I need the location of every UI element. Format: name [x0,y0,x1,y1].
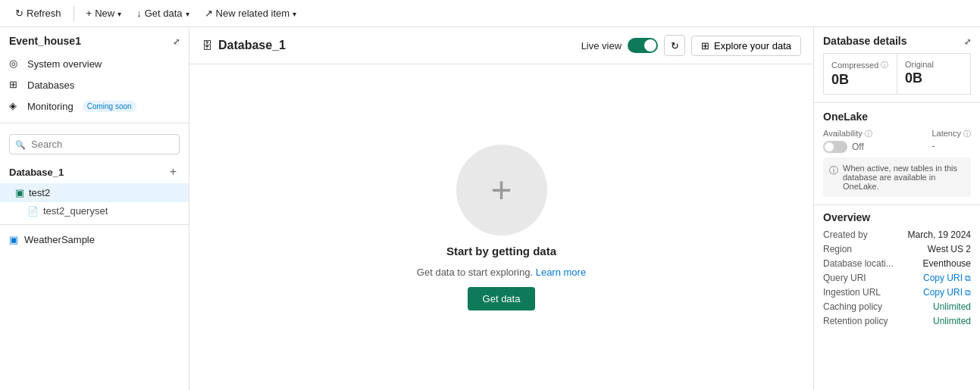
weather-label: WeatherSample [24,234,95,245]
system-overview-icon [9,58,21,70]
sidebar-item-system-overview[interactable]: System overview [0,53,189,74]
ingestion-url-copy-link[interactable]: Copy URI [923,287,963,298]
empty-subtitle: Get data to start exploring. Learn more [417,267,586,278]
sidebar-item-monitoring[interactable]: Monitoring Coming soon [0,95,189,117]
empty-title: Start by getting data [446,245,556,257]
new-icon [86,8,92,19]
onelake-section: OneLake Availability Off [814,103,980,204]
new-button[interactable]: New [80,5,128,22]
weather-icon [9,234,18,245]
db-details-section: Database details Compressed 0B Original … [814,27,980,102]
query-uri-copy-icon [965,273,971,283]
related-icon [205,8,213,19]
onelake-toggle-knob [825,142,834,151]
onelake-toggle[interactable] [823,141,847,153]
explore-data-button[interactable]: ⊞ Explore your data [691,36,801,56]
content-header-right: Live view ⊞ Explore your data [581,35,801,56]
new-chevron-icon [117,8,121,19]
refresh-icon [15,8,23,19]
tree-item-test2-label: test2 [29,187,50,198]
sidebar-header-icons [173,35,180,47]
latency-col: Latency - [931,129,971,153]
ingestion-url-copy-icon [965,288,971,298]
sidebar-item-weather[interactable]: WeatherSample [0,229,189,250]
availability-col: Availability Off [823,129,872,153]
overview-row-location: Database locati... Eventhouse [823,258,971,269]
right-panel: Database details Compressed 0B Original … [813,27,980,390]
new-label: New [95,8,114,19]
details-expand-icon [964,35,971,47]
get-data-label: Get data [145,8,183,19]
onelake-row: Availability Off Latency - [823,129,971,153]
original-value: 0B [905,70,963,86]
toolbar: Refresh New Get data New related item [0,0,980,27]
ingestion-url-copy-wrap: Copy URI [923,287,971,298]
get-data-main-button[interactable]: Get data [468,287,536,310]
tree-item-test2[interactable]: test2 [0,183,189,202]
search-icon [15,139,26,150]
plus-circle: + [456,145,547,236]
compressed-info-icon [881,60,888,70]
sidebar: Event_house1 System overview Databases M… [0,27,189,390]
query-uri-copy-wrap: Copy URI [923,273,971,283]
overview-row-created: Created by March, 19 2024 [823,229,971,240]
overview-section: Overview Created by March, 19 2024 Regio… [814,205,980,338]
content-area: Database_1 Live view ⊞ Explore your data… [189,27,813,390]
availability-info-icon [865,129,872,138]
onelake-off-label: Off [852,142,864,152]
toolbar-divider-1 [74,6,74,21]
sidebar-search-wrapper [9,134,180,154]
latency-info-icon [963,129,971,138]
sidebar-divider-1 [0,123,189,123]
latency-value: - [931,141,971,151]
expand-icon [173,35,180,47]
content-header: Database_1 Live view ⊞ Explore your data [189,27,813,64]
refresh-button[interactable]: Refresh [9,5,67,22]
event-house-title: Event_house1 [9,35,81,47]
live-view-label: Live view [581,40,622,51]
new-related-label: New related item [216,8,290,19]
sidebar-nav: System overview Databases Monitoring Com… [0,51,189,118]
get-data-icon [136,8,142,19]
overview-row-caching: Caching policy Unlimited [823,301,971,312]
content-refresh-icon [671,40,679,51]
main-layout: Event_house1 System overview Databases M… [0,27,980,390]
get-data-chevron-icon [186,8,189,19]
empty-state: + Start by getting data Get data to star… [189,64,813,390]
content-refresh-button[interactable] [664,35,685,56]
sidebar-item-databases[interactable]: Databases [0,74,189,95]
system-overview-label: System overview [27,58,102,70]
query-uri-copy-link[interactable]: Copy URI [923,273,963,283]
overview-title: Overview [823,211,971,223]
monitoring-icon [9,100,21,112]
related-chevron-icon [293,8,296,19]
overview-row-region: Region West US 2 [823,244,971,254]
search-input[interactable] [9,134,180,154]
get-data-button[interactable]: Get data [130,5,195,22]
tree-item-test2-queryset[interactable]: test2_queryset [0,202,189,220]
live-view-toggle[interactable] [628,38,658,53]
original-metric: Original 0B [897,53,971,95]
databases-icon [9,79,21,91]
refresh-label: Refresh [27,8,61,19]
sidebar-divider-2 [0,224,189,225]
tree-item-queryset-label: test2_queryset [43,205,108,217]
explore-icon: ⊞ [701,40,709,51]
onelake-info-box: ⓘ When active, new tables in this databa… [823,158,971,197]
new-related-button[interactable]: New related item [199,5,303,22]
toggle-knob [644,39,656,51]
overview-row-query-uri: Query URI Copy URI [823,273,971,283]
table-icon [15,187,24,198]
explore-label: Explore your data [714,40,791,51]
overview-row-retention: Retention policy Unlimited [823,316,971,326]
add-database-button[interactable]: + [167,165,180,179]
learn-more-link[interactable]: Learn more [536,267,586,278]
db-title: Database_1 [218,39,286,52]
database-section-title: Database_1 [9,167,64,178]
db-header-icon [202,39,212,51]
databases-label: Databases [27,80,74,91]
query-icon [27,205,39,217]
metrics-row: Compressed 0B Original 0B [823,53,971,95]
monitoring-label: Monitoring [27,101,74,112]
compressed-metric: Compressed 0B [823,53,897,95]
